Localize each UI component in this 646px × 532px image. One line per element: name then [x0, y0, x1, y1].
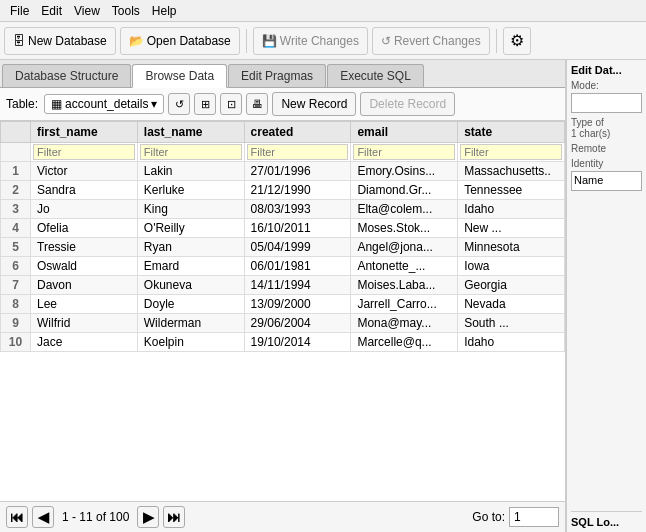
- cell-created: 05/04/1999: [244, 238, 351, 257]
- extra-button[interactable]: ⚙: [503, 27, 531, 55]
- cell-email: Emory.Osins...: [351, 162, 458, 181]
- filter-state[interactable]: [458, 143, 565, 162]
- menu-view[interactable]: View: [68, 2, 106, 20]
- menu-file[interactable]: File: [4, 2, 35, 20]
- cell-lastname: Okuneva: [137, 276, 244, 295]
- cell-lastname: Kerluke: [137, 181, 244, 200]
- filter-email-input[interactable]: [353, 144, 455, 160]
- write-changes-button[interactable]: 💾 Write Changes: [253, 27, 368, 55]
- new-database-icon: 🗄: [13, 34, 25, 48]
- filter-created-input[interactable]: [247, 144, 349, 160]
- tab-browse-data[interactable]: Browse Data: [132, 64, 227, 88]
- cell-rownum: 2: [1, 181, 31, 200]
- cell-lastname: Koelpin: [137, 333, 244, 352]
- new-database-button[interactable]: 🗄 New Database: [4, 27, 116, 55]
- table-row[interactable]: 4 Ofelia O'Reilly 16/10/2011 Moses.Stok.…: [1, 219, 565, 238]
- table-dropdown-icon: ▾: [151, 97, 157, 111]
- cell-rownum: 10: [1, 333, 31, 352]
- mode-value: [571, 93, 642, 113]
- table-row[interactable]: 8 Lee Doyle 13/09/2000 Jarrell_Carro... …: [1, 295, 565, 314]
- cell-email: Marcelle@q...: [351, 333, 458, 352]
- cell-email: Elta@colem...: [351, 200, 458, 219]
- header-row: first_name last_name created email state: [1, 122, 565, 143]
- cell-firstname: Ofelia: [31, 219, 138, 238]
- tab-execute-sql[interactable]: Execute SQL: [327, 64, 424, 87]
- tab-database-structure[interactable]: Database Structure: [2, 64, 131, 87]
- filter-state-input[interactable]: [460, 144, 562, 160]
- print-button[interactable]: 🖶: [246, 93, 268, 115]
- menu-tools[interactable]: Tools: [106, 2, 146, 20]
- revert-changes-button[interactable]: ↺ Revert Changes: [372, 27, 490, 55]
- table-row[interactable]: 7 Davon Okuneva 14/11/1994 Moises.Laba..…: [1, 276, 565, 295]
- col-header-lastname[interactable]: last_name: [137, 122, 244, 143]
- table-row[interactable]: 1 Victor Lakin 27/01/1996 Emory.Osins...…: [1, 162, 565, 181]
- col-header-rownum: [1, 122, 31, 143]
- cell-lastname: Emard: [137, 257, 244, 276]
- delete-record-button[interactable]: Delete Record: [360, 92, 455, 116]
- filter-button[interactable]: ⊞: [194, 93, 216, 115]
- table-row[interactable]: 10 Jace Koelpin 19/10/2014 Marcelle@q...…: [1, 333, 565, 352]
- filter-firstname-input[interactable]: [33, 144, 135, 160]
- cell-created: 06/01/1981: [244, 257, 351, 276]
- page-info: 1 - 11 of 100: [62, 510, 129, 524]
- table-row[interactable]: 6 Oswald Emard 06/01/1981 Antonette_... …: [1, 257, 565, 276]
- menu-help[interactable]: Help: [146, 2, 183, 20]
- cell-email: Diamond.Gr...: [351, 181, 458, 200]
- tabs: Database Structure Browse Data Edit Prag…: [0, 60, 565, 88]
- open-database-button[interactable]: 📂 Open Database: [120, 27, 240, 55]
- cell-state: South ...: [458, 314, 565, 333]
- identity-row: Identity Name: [571, 158, 642, 191]
- filter-lastname[interactable]: [137, 143, 244, 162]
- cell-rownum: 9: [1, 314, 31, 333]
- cell-rownum: 3: [1, 200, 31, 219]
- cell-created: 21/12/1990: [244, 181, 351, 200]
- table-select[interactable]: ▦ account_details ▾: [44, 94, 164, 114]
- write-changes-icon: 💾: [262, 34, 277, 48]
- new-database-label: New Database: [28, 34, 107, 48]
- right-panel: Edit Dat... Mode: Type of 1 char(s) Remo…: [566, 60, 646, 532]
- tab-edit-pragmas[interactable]: Edit Pragmas: [228, 64, 326, 87]
- identity-value: Name: [571, 171, 642, 191]
- col-header-created[interactable]: created: [244, 122, 351, 143]
- remote-label: Remote: [571, 143, 642, 154]
- cell-rownum: 5: [1, 238, 31, 257]
- cell-lastname: King: [137, 200, 244, 219]
- cell-state: Idaho: [458, 333, 565, 352]
- filter-email[interactable]: [351, 143, 458, 162]
- col-header-email[interactable]: email: [351, 122, 458, 143]
- cell-firstname: Jace: [31, 333, 138, 352]
- filter-created[interactable]: [244, 143, 351, 162]
- copy-button[interactable]: ⊡: [220, 93, 242, 115]
- col-header-state[interactable]: state: [458, 122, 565, 143]
- cell-state: Minnesota: [458, 238, 565, 257]
- cell-lastname: Lakin: [137, 162, 244, 181]
- new-record-button[interactable]: New Record: [272, 92, 356, 116]
- table-row[interactable]: 9 Wilfrid Wilderman 29/06/2004 Mona@may.…: [1, 314, 565, 333]
- main-layout: Database Structure Browse Data Edit Prag…: [0, 60, 646, 532]
- goto-input[interactable]: [509, 507, 559, 527]
- cell-created: 29/06/2004: [244, 314, 351, 333]
- cell-firstname: Victor: [31, 162, 138, 181]
- toolbar-separator-2: [496, 29, 497, 53]
- filter-rownum: [1, 143, 31, 162]
- cell-firstname: Jo: [31, 200, 138, 219]
- filter-firstname[interactable]: [31, 143, 138, 162]
- table-row[interactable]: 5 Tressie Ryan 05/04/1999 Angel@jona... …: [1, 238, 565, 257]
- refresh-button[interactable]: ↺: [168, 93, 190, 115]
- col-header-firstname[interactable]: first_name: [31, 122, 138, 143]
- menu-edit[interactable]: Edit: [35, 2, 68, 20]
- table-label: Table:: [6, 97, 38, 111]
- cell-lastname: Ryan: [137, 238, 244, 257]
- first-page-button[interactable]: ⏮: [6, 506, 28, 528]
- table-row[interactable]: 2 Sandra Kerluke 21/12/1990 Diamond.Gr..…: [1, 181, 565, 200]
- filter-lastname-input[interactable]: [140, 144, 242, 160]
- cell-state: Idaho: [458, 200, 565, 219]
- cell-state: Nevada: [458, 295, 565, 314]
- last-page-button[interactable]: ⏭: [163, 506, 185, 528]
- cell-created: 19/10/2014: [244, 333, 351, 352]
- table-toolbar: Table: ▦ account_details ▾ ↺ ⊞ ⊡ 🖶 New R…: [0, 88, 565, 121]
- table-row[interactable]: 3 Jo King 08/03/1993 Elta@colem... Idaho: [1, 200, 565, 219]
- next-page-button[interactable]: ▶: [137, 506, 159, 528]
- sql-log-label: SQL Lo...: [571, 511, 642, 528]
- prev-page-button[interactable]: ◀: [32, 506, 54, 528]
